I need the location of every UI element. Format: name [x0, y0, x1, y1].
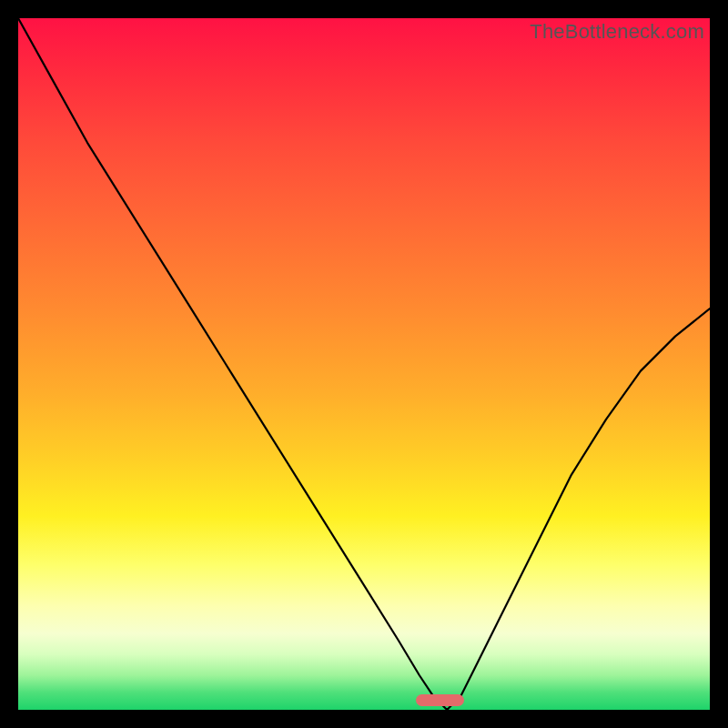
plot-area: TheBottleneck.com: [18, 18, 710, 710]
chart-frame: TheBottleneck.com: [0, 0, 728, 728]
bottleneck-curve: [18, 18, 710, 710]
watermark-text: TheBottleneck.com: [530, 20, 704, 44]
optimal-marker: [416, 694, 464, 707]
